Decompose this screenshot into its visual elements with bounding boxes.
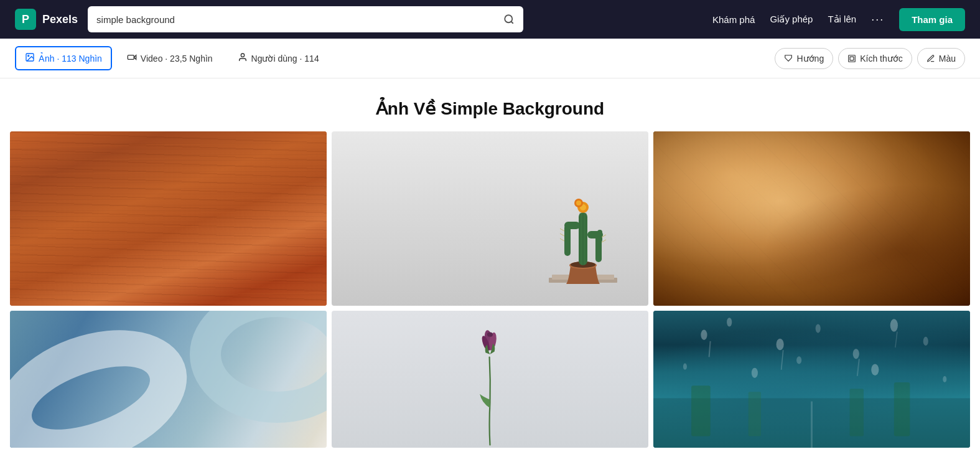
tab-photos[interactable]: Ảnh · 113 Nghìn — [15, 46, 112, 70]
orientation-filter[interactable]: Hướng — [775, 48, 833, 69]
nav-explore[interactable]: Khám phá — [712, 14, 755, 25]
users-tab-label: Người dùng · 114 — [251, 54, 319, 64]
join-button[interactable]: Tham gia — [899, 8, 965, 31]
tab-videos[interactable]: Video · 23,5 Nghìn — [117, 46, 223, 70]
svg-rect-4 — [128, 55, 134, 60]
photo-item-abstract[interactable] — [10, 311, 327, 448]
photos-tab-icon — [25, 52, 35, 64]
photo-item-rain[interactable] — [653, 311, 970, 448]
size-filter[interactable]: Kích thước — [838, 48, 912, 69]
filter-right: Hướng Kích thước Màu — [775, 48, 965, 69]
nav-upload[interactable]: Tải lên — [828, 14, 856, 25]
user-tab-icon — [238, 52, 248, 64]
page-title: Ảnh Về Simple Background — [0, 98, 980, 119]
search-bar — [88, 6, 523, 32]
svg-line-1 — [511, 21, 513, 23]
photo-item-wood[interactable] — [10, 131, 327, 306]
svg-rect-7 — [849, 55, 856, 62]
filter-bar: Ảnh · 113 Nghìn Video · 23,5 Nghìn Người… — [0, 39, 980, 78]
svg-rect-8 — [850, 57, 854, 60]
nav-license[interactable]: Giấy phép — [770, 14, 813, 25]
search-input[interactable] — [96, 14, 498, 25]
svg-point-3 — [28, 55, 29, 57]
header: P Pexels Khám phá Giấy phép Tải lên ··· … — [0, 0, 980, 39]
photo-item-vintage[interactable] — [653, 131, 970, 306]
nav-more[interactable]: ··· — [871, 13, 884, 26]
tab-users[interactable]: Người dùng · 114 — [228, 46, 329, 70]
logo[interactable]: P Pexels — [15, 9, 78, 30]
photo-item-flower[interactable] — [332, 311, 648, 448]
video-tab-icon — [127, 52, 137, 64]
videos-tab-label: Video · 23,5 Nghìn — [141, 54, 213, 64]
svg-point-0 — [505, 15, 512, 22]
color-filter[interactable]: Màu — [917, 48, 965, 69]
logo-text: Pexels — [42, 13, 78, 26]
photos-tab-label: Ảnh · 113 Nghìn — [39, 54, 102, 64]
logo-icon: P — [15, 9, 36, 30]
header-nav: Khám phá Giấy phép Tải lên ··· Tham gia — [712, 8, 965, 31]
photo-grid — [0, 131, 980, 458]
page-title-area: Ảnh Về Simple Background — [0, 78, 980, 131]
search-button[interactable] — [503, 14, 515, 25]
photo-item-cactus[interactable] — [332, 131, 648, 306]
svg-point-6 — [241, 54, 244, 57]
